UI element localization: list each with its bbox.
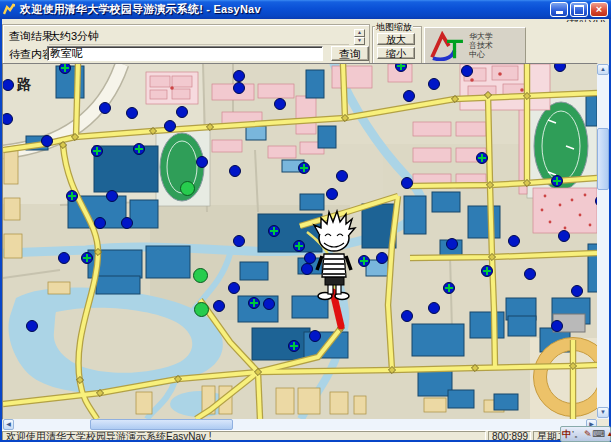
marker-node[interactable] (309, 330, 321, 342)
marker-cross[interactable] (358, 255, 370, 267)
marker-node[interactable] (326, 188, 338, 200)
marker-node[interactable] (176, 106, 188, 118)
restore-icon (574, 5, 584, 15)
marker-cross[interactable] (66, 190, 78, 202)
marker-node[interactable] (233, 70, 245, 82)
marker-node[interactable] (428, 302, 440, 314)
marker-cross[interactable] (133, 143, 145, 155)
marker-node[interactable] (376, 252, 388, 264)
spinner: ▲ ▼ (354, 29, 365, 45)
marker-node[interactable] (508, 235, 520, 247)
marker-node[interactable] (301, 263, 313, 275)
spin-up-button[interactable]: ▲ (354, 29, 365, 37)
marker-cross[interactable] (551, 175, 563, 187)
marker-node[interactable] (233, 235, 245, 247)
marker-cross[interactable] (91, 145, 103, 157)
scroll-left-button[interactable]: ◀ (3, 419, 14, 430)
marker-node[interactable] (58, 252, 70, 264)
marker-node[interactable] (263, 298, 275, 310)
minimize-button[interactable] (550, 2, 568, 17)
marker-node[interactable] (336, 170, 348, 182)
marker-cross[interactable] (59, 64, 71, 74)
ime-toolbar: 中 ’。 ✎ ⌨ ▲ (560, 426, 611, 442)
marker-node[interactable] (3, 79, 14, 91)
map-viewport[interactable]: 路 (3, 64, 597, 419)
map-vertical-scrollbar[interactable]: ▲ ▼ (597, 64, 609, 419)
marker-cross[interactable] (293, 240, 305, 252)
marker-cross[interactable] (481, 265, 493, 277)
marker-node[interactable] (121, 217, 133, 229)
org-logo-icon (427, 31, 467, 61)
query-panel: 查询结果: 大约3分钟 待查内容: 查询 ▲ ▼ 地图缩放 放大 缩小 华大学 … (0, 22, 611, 64)
close-button[interactable]: × (590, 2, 608, 17)
marker-green[interactable] (194, 302, 209, 317)
marker-node[interactable] (401, 177, 413, 189)
app-window: 欢迎使用清华大学校园导游演示系统! - EasyNav × (帮助)(H) 查询… (0, 0, 611, 442)
marker-cross[interactable] (443, 282, 455, 294)
spin-down-button[interactable]: ▼ (354, 37, 365, 45)
app-icon (3, 3, 16, 16)
marker-cross[interactable] (395, 64, 407, 72)
marker-node[interactable] (571, 285, 583, 297)
marker-node[interactable] (229, 165, 241, 177)
marker-node[interactable] (106, 190, 118, 202)
marker-node[interactable] (26, 320, 38, 332)
marker-node[interactable] (99, 102, 111, 114)
marker-node[interactable] (551, 320, 563, 332)
marker-node[interactable] (3, 113, 13, 125)
marker-node[interactable] (126, 107, 138, 119)
marker-cross[interactable] (476, 152, 488, 164)
marker-node[interactable] (401, 310, 413, 322)
map-markers-layer (3, 64, 597, 419)
vscroll-thumb[interactable] (597, 128, 609, 190)
window-border-left (0, 19, 2, 442)
marker-node[interactable] (228, 282, 240, 294)
result-value: 大约3分钟 (49, 29, 349, 45)
scroll-up-button[interactable]: ▲ (597, 64, 609, 75)
hscroll-thumb[interactable] (90, 419, 233, 430)
marker-node[interactable] (554, 64, 566, 72)
marker-green[interactable] (193, 268, 208, 283)
marker-green[interactable] (180, 181, 195, 196)
restore-button[interactable] (570, 2, 588, 17)
marker-node[interactable] (196, 156, 208, 168)
marker-node[interactable] (524, 268, 536, 280)
ime-minimize-icon[interactable]: ▲ (607, 428, 611, 440)
marker-node[interactable] (41, 135, 53, 147)
marker-node[interactable] (428, 78, 440, 90)
marker-cross[interactable] (268, 225, 280, 237)
marker-node[interactable] (403, 90, 415, 102)
ime-language-button[interactable]: 中 (562, 428, 571, 440)
marker-node[interactable] (213, 300, 225, 312)
org-logo-box: 华大学 音技术 中心 (424, 27, 526, 64)
marker-node[interactable] (461, 65, 473, 77)
marker-node[interactable] (164, 120, 176, 132)
marker-cross[interactable] (298, 162, 310, 174)
title-bar: 欢迎使用清华大学校园导游演示系统! - EasyNav × (0, 0, 611, 19)
marker-node[interactable] (94, 217, 106, 229)
zoom-in-button[interactable]: 放大 (377, 33, 415, 45)
marker-node[interactable] (558, 230, 570, 242)
marker-cross[interactable] (81, 252, 93, 264)
query-groupbox: 查询结果: 大约3分钟 待查内容: 查询 ▲ ▼ (2, 24, 370, 64)
scroll-down-button[interactable]: ▼ (597, 407, 609, 418)
org-logo-text: 华大学 音技术 中心 (469, 32, 493, 59)
marker-cross[interactable] (248, 297, 260, 309)
marker-cross[interactable] (288, 340, 300, 352)
map-horizontal-scrollbar[interactable]: ◀ ▶ (3, 419, 597, 430)
query-button[interactable]: 查询 (331, 46, 369, 61)
marker-node[interactable] (446, 238, 458, 250)
minimize-icon (556, 11, 563, 14)
close-icon: × (596, 4, 602, 15)
ime-keyboard-icon[interactable]: ⌨ (593, 428, 606, 440)
marker-node[interactable] (274, 98, 286, 110)
ime-pen-icon[interactable]: ✎ (584, 428, 592, 440)
window-title: 欢迎使用清华大学校园导游演示系统! - EasyNav (20, 2, 261, 17)
query-input[interactable] (47, 46, 323, 61)
marker-node[interactable] (233, 82, 245, 94)
ime-punctuation-button[interactable]: ’。 (572, 428, 583, 440)
zoom-out-button[interactable]: 缩小 (377, 47, 415, 59)
map-zoom-groupbox: 地图缩放 放大 缩小 (372, 26, 422, 64)
